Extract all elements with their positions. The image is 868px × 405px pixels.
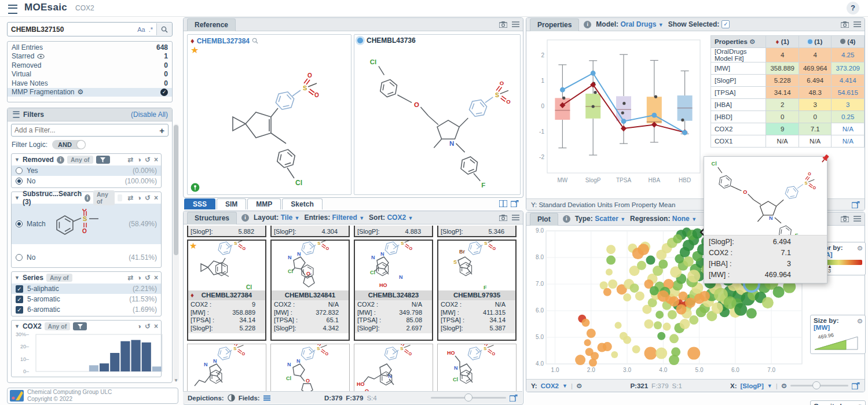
reset-icon[interactable]: ↺ [145,322,151,330]
structure-tile[interactable]: N N Cl O CHEMBL324841 COX2 :N/A [MW] :37… [270,240,350,341]
table-row[interactable]: [OralDrugs Model Fit]444.25 [711,48,865,62]
properties-boxplot[interactable]: 210-1-2MWSlogPTPSAHBAHBD [531,34,705,197]
reset-icon[interactable]: ↺ [145,194,151,202]
open-external-icon[interactable] [852,201,860,208]
invert-icon[interactable]: ⇄ [128,194,134,202]
size-by-value[interactable]: [MW] [814,324,862,331]
camera-icon[interactable] [841,216,849,222]
filter-option[interactable]: Yes(0.00%) [12,165,161,176]
any-of-pill[interactable]: Any of [67,156,93,164]
fields-icon[interactable] [263,395,270,401]
structure-tile[interactable]: Br S F CHEMBL97935 COX2 :N/A [MW] :411.3… [437,240,517,341]
annotation-badge-icon[interactable] [191,183,200,192]
structure-tile[interactable]: HO N Cl [437,344,517,392]
gear-icon[interactable]: ⚙ [749,38,755,45]
x-axis-dropdown[interactable]: [SlogP] [741,382,764,389]
tab-sss[interactable]: SSS [184,198,215,209]
tile-partial[interactable]: [SlogP]:5.882 [187,226,266,237]
info-icon[interactable]: i [85,194,90,202]
info-icon[interactable]: i [57,156,64,164]
invert-icon[interactable]: ⇄ [128,156,134,164]
table-row[interactable]: COX1N/AN/AN/A [711,135,865,148]
show-selected-checkbox[interactable]: ✓ [721,20,730,28]
table-row[interactable]: COX297.1N/A [711,123,865,135]
zoom-slider[interactable] [431,397,506,399]
enable-toggle-icon[interactable]: ◑ [137,274,141,282]
structure-tile[interactable]: N N Cl N HO CHEMBL324823 COX2 :N/A [MW] … [354,240,433,341]
gear-icon[interactable]: ⚙ [857,317,863,325]
panel-menu-icon[interactable] [854,21,861,27]
structure-tile[interactable]: NN Cl O Br [270,344,350,392]
enable-toggle-icon[interactable]: ◑ [137,194,141,202]
gear-icon[interactable]: ⚙ [576,382,582,390]
open-external-icon[interactable] [510,395,518,402]
filters-menu-icon[interactable] [13,111,19,117]
table-row[interactable]: [HBA]233 [711,99,865,111]
sidebar-scrollbar[interactable]: ▼ [173,124,179,382]
entries-row-all[interactable]: All Entries648 [8,43,172,52]
search-icon[interactable] [252,38,258,44]
series-option[interactable]: ✓6-aromatic(1.69%) [12,304,161,316]
type-dropdown[interactable]: Scatter [595,215,618,223]
info-icon[interactable]: i [584,21,591,28]
tab-sketch[interactable]: Sketch [282,198,322,209]
entries-row-removed[interactable]: Removed0 [8,61,172,70]
table-row[interactable]: [MW]358.889469.964373.209 [711,62,865,75]
reference-id[interactable]: CHEMBL43736 [367,36,416,45]
filter-option-match[interactable]: Match S O O (58.49%) [12,204,161,244]
add-filter-button[interactable]: + [156,126,168,135]
table-row[interactable]: [TPSA]34.1448.354.615 [711,87,865,99]
entries-row-mmp[interactable]: MMP Fragmentation ⚙ ✓ [8,88,172,97]
gear-icon[interactable]: ⚙ [781,382,787,390]
pin-icon[interactable] [819,153,831,164]
reference-card[interactable]: ♦ CHEMBL327384 ★ Cl [187,34,351,195]
match-case-toggle[interactable]: Aa [137,26,145,33]
structure-tile[interactable]: N HO O [354,344,433,392]
model-dropdown[interactable]: Oral Drugs [620,20,656,28]
scroll-down-arrow[interactable]: ▼ [174,378,178,383]
panel-menu-icon[interactable] [512,21,519,27]
depictions-icon[interactable] [228,394,235,402]
tile-partial[interactable]: [SlogP]:4.883 [354,226,433,237]
invert-icon[interactable]: ⇄ [128,274,134,282]
tab-sim[interactable]: SIM [217,198,246,209]
camera-icon[interactable] [499,21,507,28]
open-external-icon[interactable] [511,200,519,209]
sort-dropdown[interactable]: COX2 [387,213,406,222]
series-option[interactable]: ✓5-aliphatic(2.21%) [12,284,161,294]
gear-icon[interactable]: ⚙ [857,403,863,405]
entries-row-virtual[interactable]: Virtual0 [8,70,172,79]
tab-mmp[interactable]: MMP [247,198,281,209]
table-row[interactable]: [SlogP]5.2286.4944.414 [711,75,865,87]
entries-row-notes[interactable]: Have Notes0 [8,79,172,88]
funnel-button[interactable] [73,322,87,330]
series-option[interactable]: ✓5-aromatic(11.53%) [12,294,161,304]
info-icon[interactable]: i [241,214,249,222]
sketch-mini-button[interactable] [118,194,122,201]
collapse-icon[interactable]: ▼ [14,275,20,281]
disable-all-link[interactable]: (Disable All) [131,111,168,119]
panel-menu-icon[interactable] [512,215,519,220]
app-menu-icon[interactable] [8,5,17,16]
structure-tile[interactable]: ★ Cl ♦CHEMBL327384 COX2 :9 [MW] :358.889… [187,240,266,341]
any-of-pill[interactable]: Any of [45,322,71,330]
enable-toggle-icon[interactable]: ◑ [137,322,141,330]
close-icon[interactable]: × [154,156,158,164]
enable-toggle-icon[interactable]: ◑ [137,156,141,164]
collapse-icon[interactable]: ▼ [14,157,20,163]
regression-dropdown[interactable]: None [672,215,690,223]
reset-icon[interactable]: ↺ [145,274,151,282]
collapse-icon[interactable]: ▼ [14,323,20,329]
camera-icon[interactable] [841,21,849,28]
filter-logic-toggle[interactable]: AND [52,140,86,149]
filter-option-no[interactable]: No (41.51%) [12,252,161,267]
close-icon[interactable]: × [154,194,158,202]
any-of-pill[interactable]: Any of [93,190,115,205]
star-icon[interactable]: ★ [189,241,197,251]
help-button[interactable]: ? [847,2,859,14]
gear-icon[interactable]: ⚙ [78,88,84,96]
funnel-button[interactable] [96,156,110,164]
y-axis-dropdown[interactable]: COX2 [541,382,559,389]
search-button[interactable] [156,23,172,35]
tile-partial[interactable]: [SlogP]:4.304 [270,226,350,237]
